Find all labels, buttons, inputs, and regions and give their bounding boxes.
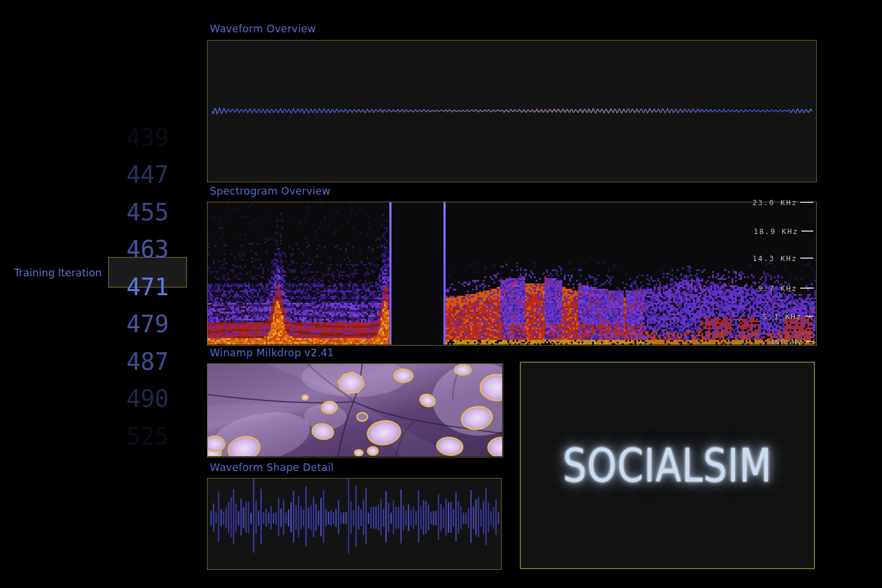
waveform-detail-plot	[208, 479, 500, 569]
milkdrop-title: Winamp Milkdrop v2.41	[210, 347, 334, 359]
tick-dash	[800, 202, 813, 203]
tick-dash	[800, 288, 813, 289]
iteration-item[interactable]: 439	[108, 119, 187, 156]
iteration-item[interactable]: 525	[108, 417, 187, 455]
freq-tick: 14.3 KHz	[753, 253, 813, 263]
freq-tick: 5.1 KHz	[763, 312, 813, 321]
freq-tick: 23.0 KHz	[753, 198, 813, 207]
brand-logo: SOCIALSIM	[563, 439, 772, 492]
tick-dash	[806, 341, 813, 342]
waveform-plot	[208, 41, 816, 181]
iteration-item[interactable]: 447	[108, 156, 187, 194]
iteration-item[interactable]: 487	[108, 343, 187, 380]
tick-dash	[800, 258, 813, 259]
waveform-detail-panel	[207, 478, 502, 570]
milkdrop-visualization	[208, 364, 502, 456]
freq-tick: 9.7 KHz	[758, 283, 813, 293]
freq-tick: 440 Hz	[770, 337, 813, 346]
waveform-overview-title: Waveform Overview	[210, 23, 316, 35]
iteration-item[interactable]: 455	[108, 193, 187, 231]
waveform-detail-title: Waveform Shape Detail	[210, 462, 334, 473]
training-iteration-label: Training Iteration	[14, 267, 102, 279]
spectrogram-plot	[208, 202, 816, 345]
freq-tick: 18.9 KHz	[754, 226, 813, 236]
iteration-list: 439 447 455 463 471 479 487 490 525	[108, 119, 187, 455]
spectrogram-overview-panel: 23.0 KHz 18.9 KHz 14.3 KHz 9.7 KHz 5.1 K…	[207, 202, 817, 346]
spectrogram-overview-title: Spectrogram Overview	[210, 185, 330, 197]
iteration-item[interactable]: 463	[108, 231, 187, 269]
iteration-item[interactable]: 479	[108, 306, 187, 343]
brand-panel: SOCIALSIM	[520, 362, 815, 569]
iteration-item-selected[interactable]: 471	[108, 268, 187, 306]
iteration-item[interactable]: 490	[108, 380, 187, 418]
tick-dash	[805, 316, 813, 317]
waveform-overview-panel	[207, 40, 817, 182]
milkdrop-panel	[207, 363, 503, 457]
tick-dash	[801, 230, 813, 232]
dashboard-screen: Training Iteration 439 447 455 463 471 4…	[0, 0, 882, 588]
